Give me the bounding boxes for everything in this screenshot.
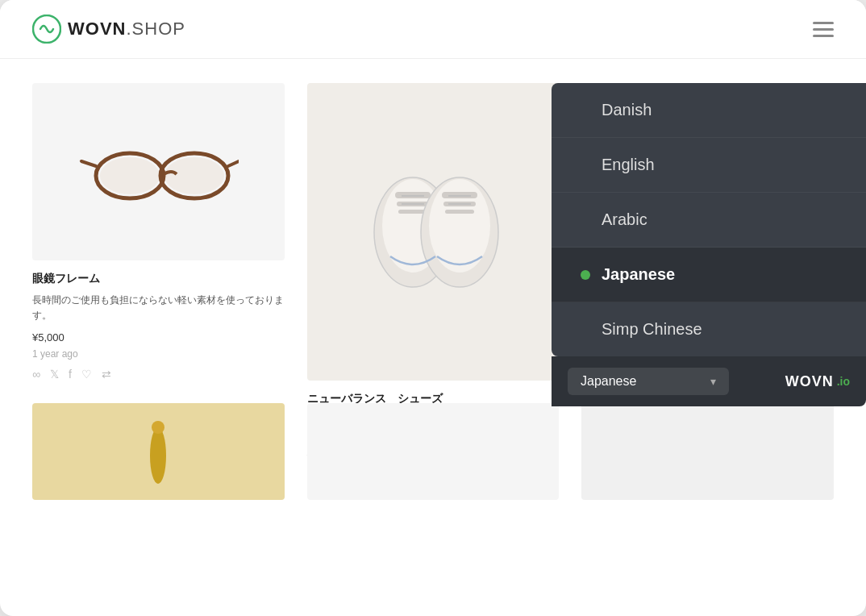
svg-point-22 <box>152 421 164 434</box>
no-dot-arabic <box>581 215 590 225</box>
product-image-shoes <box>307 83 560 381</box>
product-actions-glasses: ∞ 𝕏 f ♡ ⇄ <box>32 368 285 381</box>
product-bottom-1 <box>32 403 285 500</box>
action-heart-icon[interactable]: ♡ <box>81 368 92 381</box>
product-desc-glasses: 長時間のご使用も負担にならない軽い素材を使っております。 <box>32 293 285 323</box>
wovn-logo-text: WOVN <box>785 373 834 390</box>
bottom-item-1-svg <box>134 411 182 492</box>
lang-label-english: English <box>602 156 655 174</box>
logo-text: WOVN.SHOP <box>68 19 185 40</box>
product-image-glasses <box>32 83 285 260</box>
language-select-wrap[interactable]: Japanese ▾ <box>568 368 729 395</box>
svg-rect-18 <box>445 210 474 214</box>
hamburger-button[interactable] <box>813 22 834 37</box>
chevron-down-icon: ▾ <box>710 375 716 388</box>
svg-point-6 <box>164 157 224 194</box>
current-language-label: Japanese <box>581 374 702 389</box>
svg-rect-16 <box>442 192 477 198</box>
main-content: 眼鏡フレーム 長時間のご使用も負担にならない軽い素材を使っております。 ¥5,0… <box>0 59 866 516</box>
no-dot-english <box>581 160 590 170</box>
product-bottom-3 <box>581 403 834 500</box>
product-name-glasses: 眼鏡フレーム <box>32 272 285 286</box>
active-dot-japanese <box>581 270 590 280</box>
action-facebook-icon[interactable]: f <box>69 368 72 381</box>
action-twitter-icon[interactable]: 𝕏 <box>50 368 59 381</box>
product-card-shoes: ニューバランス シューズ 定番の998モデルです。メンズ、レディース揃えています… <box>307 83 560 381</box>
header: WOVN.SHOP <box>0 0 866 59</box>
svg-point-21 <box>150 427 166 484</box>
lang-item-arabic[interactable]: Arabic <box>552 193 866 248</box>
svg-line-4 <box>228 161 239 166</box>
wovn-bar: Japanese ▾ WOVN .io <box>552 356 866 406</box>
no-dot-danish <box>581 106 590 115</box>
no-dot-simp-chinese <box>581 325 590 335</box>
product-card-glasses: 眼鏡フレーム 長時間のご使用も負担にならない軽い素材を使っております。 ¥5,0… <box>32 83 285 381</box>
lang-label-arabic: Arabic <box>602 210 647 229</box>
lang-item-japanese[interactable]: Japanese <box>552 248 866 302</box>
product-bottom-2 <box>307 403 560 500</box>
shoes-svg <box>356 168 510 297</box>
product-time-glasses: 1 year ago <box>32 348 285 360</box>
lang-item-english[interactable]: English <box>552 138 866 193</box>
wovn-logo-icon <box>32 15 61 44</box>
browser-frame: WOVN.SHOP <box>0 0 866 616</box>
svg-rect-9 <box>395 192 431 198</box>
language-dropdown: Danish English Arabic Japanese Simp Chin… <box>552 83 866 406</box>
lang-item-simp-chinese[interactable]: Simp Chinese <box>552 302 866 356</box>
language-menu: Danish English Arabic Japanese Simp Chin… <box>552 83 866 356</box>
wovn-io-logo: WOVN .io <box>785 373 850 390</box>
product-price-glasses: ¥5,000 <box>32 331 285 343</box>
action-link-icon[interactable]: ∞ <box>32 368 40 381</box>
lang-item-danish[interactable]: Danish <box>552 83 866 138</box>
glasses-svg <box>77 135 239 208</box>
wovn-io-text: .io <box>837 375 850 388</box>
svg-point-5 <box>100 157 160 194</box>
product-grid-bottom <box>32 403 834 500</box>
lang-label-danish: Danish <box>602 101 652 119</box>
lang-label-simp-chinese: Simp Chinese <box>602 320 702 339</box>
action-share-icon[interactable]: ⇄ <box>102 368 111 381</box>
svg-line-3 <box>81 161 96 166</box>
lang-label-japanese: Japanese <box>602 265 675 284</box>
logo: WOVN.SHOP <box>32 15 185 44</box>
